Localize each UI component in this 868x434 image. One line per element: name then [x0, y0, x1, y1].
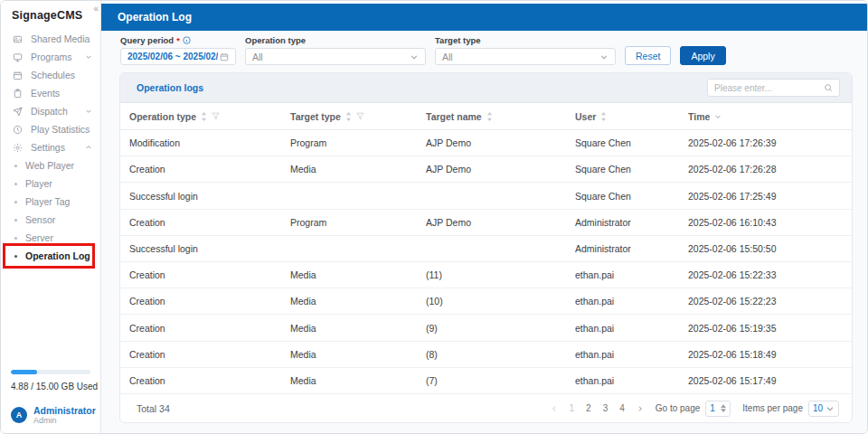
cell-target-name: AJP Demo	[419, 137, 568, 148]
cell-time: 2025-02-06 15:22:33	[681, 269, 852, 280]
column-header-operation-type[interactable]: Operation type	[120, 111, 283, 122]
cell-user: Square Chen	[568, 191, 681, 202]
operation-type-group: Operation type All	[245, 35, 426, 65]
next-page-icon[interactable]	[637, 405, 644, 412]
bullet-dot	[14, 201, 17, 203]
sort-icon[interactable]	[600, 112, 607, 121]
goto-page-input[interactable]: 1	[705, 401, 731, 417]
bullet-dot	[14, 237, 17, 240]
search-input[interactable]	[714, 83, 824, 93]
sidebar-item-operation-log[interactable]: Operation Log	[1, 247, 100, 265]
column-header-target-type[interactable]: Target type	[283, 111, 419, 122]
sidebar-item-play-statistics[interactable]: Play Statistics	[1, 120, 100, 138]
column-label: User	[575, 111, 596, 122]
prev-page-icon[interactable]	[551, 405, 558, 412]
table-row[interactable]: Creation Media (7) ethan.pai 2025-02-06 …	[120, 368, 852, 394]
sidebar-item-server[interactable]: Server	[1, 229, 100, 247]
sort-icon[interactable]	[486, 112, 493, 121]
cell-time: 2025-02-06 15:50:50	[681, 243, 852, 254]
operation-type-select[interactable]: All	[245, 48, 426, 65]
sidebar: « SignageCMS Shared Media Programs Sched…	[1, 1, 101, 433]
cell-target-name: AJP Demo	[419, 217, 568, 228]
sidebar-item-dispatch[interactable]: Dispatch	[1, 102, 100, 120]
target-type-select[interactable]: All	[435, 48, 616, 65]
user-account[interactable]: A Administrator Admin	[11, 405, 90, 425]
cell-operation-type: Creation	[120, 296, 283, 307]
cell-user: ethan.pai	[568, 269, 681, 280]
bullet-dot	[14, 183, 17, 185]
query-period-label: Query period	[120, 35, 174, 45]
sidebar-item-shared-media[interactable]: Shared Media	[1, 30, 100, 48]
reset-button[interactable]: Reset	[625, 46, 671, 65]
search-box[interactable]	[707, 79, 840, 97]
cell-operation-type: Successful login	[120, 243, 283, 254]
page-number-3[interactable]: 3	[603, 403, 609, 413]
column-header-target-name[interactable]: Target name	[419, 111, 568, 122]
sidebar-item-events[interactable]: Events	[1, 84, 100, 102]
table-body: Modification Program AJP Demo Square Che…	[120, 130, 852, 394]
table-row[interactable]: Creation Media (11) ethan.pai 2025-02-06…	[120, 262, 852, 288]
table-row[interactable]: Creation Media (10) ethan.pai 2025-02-06…	[120, 288, 852, 315]
info-icon[interactable]	[183, 36, 191, 44]
cell-operation-type: Modification	[120, 137, 283, 148]
send-icon	[13, 106, 24, 117]
filter-funnel-icon[interactable]	[212, 112, 220, 120]
cell-target-type: Media	[283, 164, 419, 175]
cell-time: 2025-02-06 17:26:39	[681, 137, 852, 148]
cell-operation-type: Creation	[120, 323, 283, 334]
table-row[interactable]: Creation Media (9) ethan.pai 2025-02-06 …	[120, 315, 852, 341]
items-per-page-select[interactable]: 10	[808, 401, 839, 417]
table-footer: Total 34 1 2 3 4 Go to page 1	[120, 394, 852, 422]
cell-operation-type: Creation	[120, 217, 283, 228]
date-range-input[interactable]	[127, 52, 218, 61]
sort-icon[interactable]	[345, 112, 352, 121]
calendar-icon[interactable]	[220, 52, 229, 61]
sidebar-item-programs[interactable]: Programs	[1, 48, 100, 66]
sort-icon[interactable]	[201, 112, 207, 121]
sort-desc-icon[interactable]	[714, 113, 722, 120]
cell-operation-type: Successful login	[120, 191, 283, 202]
avatar: A	[11, 407, 27, 423]
cell-time: 2025-02-06 15:19:35	[681, 323, 852, 334]
cell-operation-type: Creation	[120, 164, 283, 175]
sidebar-item-sensor[interactable]: Sensor	[1, 211, 100, 229]
table-row[interactable]: Successful login Square Chen 2025-02-06 …	[120, 183, 852, 209]
column-header-user[interactable]: User	[568, 111, 681, 122]
sidebar-item-web-player[interactable]: Web Player	[1, 156, 100, 175]
sidebar-item-player[interactable]: Player	[1, 175, 100, 193]
search-icon[interactable]	[824, 83, 833, 92]
goto-page-label: Go to page	[656, 403, 700, 413]
column-label: Operation type	[129, 111, 196, 122]
cell-target-name: (9)	[419, 323, 568, 334]
bullet-dot	[14, 255, 17, 258]
sidebar-item-player-tag[interactable]: Player Tag	[1, 193, 100, 211]
target-type-value: All	[442, 52, 453, 62]
cell-operation-type: Creation	[120, 269, 283, 280]
filter-funnel-icon[interactable]	[356, 112, 364, 120]
pagination: 1 2 3 4	[551, 403, 644, 413]
table-row[interactable]: Creation Media (8) ethan.pai 2025-02-06 …	[120, 342, 852, 368]
column-header-time[interactable]: Time	[681, 111, 852, 122]
tab-operation-logs[interactable]: Operation logs	[137, 82, 203, 93]
sidebar-item-settings[interactable]: Settings	[1, 138, 100, 156]
target-type-group: Target type All	[435, 35, 616, 65]
stepper-icon[interactable]	[721, 404, 726, 412]
page-number-4[interactable]: 4	[619, 403, 625, 413]
chevron-down-icon	[85, 108, 92, 115]
sidebar-item-label: Player Tag	[25, 196, 70, 207]
table-row[interactable]: Modification Program AJP Demo Square Che…	[120, 130, 852, 156]
page-number-2[interactable]: 2	[586, 403, 591, 413]
operation-type-label: Operation type	[245, 35, 306, 45]
page-number-1[interactable]: 1	[570, 403, 575, 413]
sidebar-item-schedules[interactable]: Schedules	[1, 66, 100, 84]
sidebar-collapse-icon[interactable]: «	[93, 4, 99, 14]
table-row[interactable]: Creation Program AJP Demo Administrator …	[120, 210, 852, 236]
date-range-picker[interactable]	[120, 48, 236, 65]
chevron-down-icon	[599, 52, 609, 61]
cell-target-name: (11)	[419, 269, 568, 280]
table-row[interactable]: Successful login Administrator 2025-02-0…	[120, 236, 852, 262]
apply-button[interactable]: Apply	[680, 46, 725, 65]
table-row[interactable]: Creation Media AJP Demo Square Chen 2025…	[120, 156, 852, 183]
cell-user: ethan.pai	[568, 375, 681, 386]
cell-target-type: Program	[283, 217, 419, 228]
